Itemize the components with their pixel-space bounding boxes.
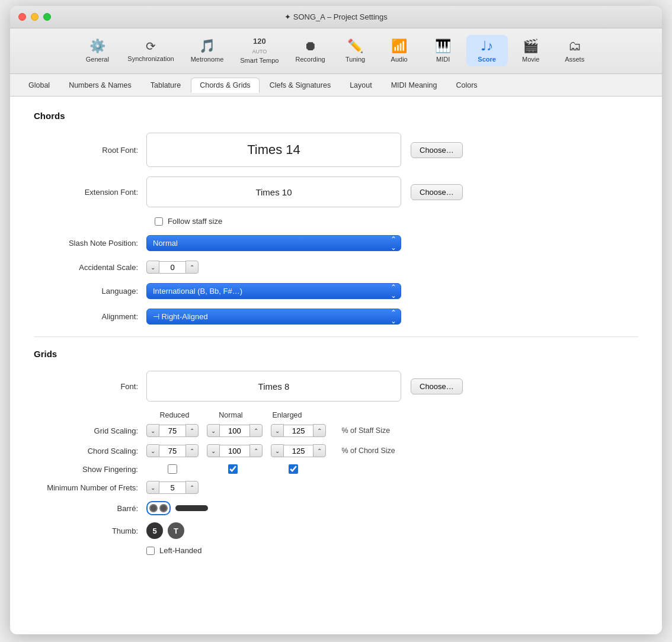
gear-icon: ⚙️: [89, 38, 105, 54]
chord-scaling-reduced-stepper: ⌄ 75 ⌃: [146, 444, 199, 457]
close-button[interactable]: [18, 13, 26, 21]
left-handed-label: Left-Handed: [159, 546, 202, 555]
left-handed-row: Left-Handed: [34, 546, 638, 555]
recording-icon: ⏺: [304, 38, 317, 54]
grid-scaling-label: Grid Scaling:: [34, 426, 146, 435]
grids-font-choose-button[interactable]: Choose…: [411, 378, 463, 394]
tab-numbers-names[interactable]: Numbers & Names: [60, 78, 140, 93]
language-select[interactable]: International (B, Bb, F#…) German Solfèg…: [146, 283, 401, 299]
show-fingering-reduced-checkbox[interactable]: [168, 464, 177, 474]
chord-scaling-row: Chord Scaling: ⌄ 75 ⌃ ⌄ 100 ⌃ ⌄ 125: [34, 444, 638, 457]
accidental-scale-stepper: ⌄ 0 ⌃: [146, 261, 199, 274]
thumb-label: Thumb:: [34, 527, 146, 535]
toolbar-item-movie[interactable]: 🎬 Movie: [510, 35, 552, 66]
chord-scaling-normal-increment[interactable]: ⌃: [249, 444, 263, 457]
accidental-scale-decrement[interactable]: ⌄: [146, 261, 159, 274]
thumb-number-option[interactable]: 5: [146, 522, 163, 539]
toolbar-item-midi[interactable]: 🎹 MIDI: [423, 35, 464, 66]
chord-scaling-normal-decrement[interactable]: ⌄: [207, 444, 220, 457]
slash-note-select[interactable]: Normal High Low: [146, 235, 401, 251]
toolbar-item-audio[interactable]: 📶 Audio: [379, 35, 420, 66]
language-select-wrapper: International (B, Bb, F#…) German Solfèg…: [146, 283, 401, 299]
chord-scaling-unit: % of Chord Size: [341, 447, 395, 455]
barre-row: Barré:: [34, 501, 638, 515]
tab-chords-grids[interactable]: Chords & Grids: [191, 78, 259, 93]
barre-arc-left-dot: [149, 504, 158, 512]
toolbar-item-smart-tempo[interactable]: 120AUTO Smart Tempo: [233, 33, 286, 68]
tab-global[interactable]: Global: [20, 78, 59, 93]
tuning-icon: ✏️: [347, 38, 363, 54]
toolbar-item-tuning[interactable]: ✏️ Tuning: [335, 35, 376, 66]
chord-scaling-label: Chord Scaling:: [34, 447, 146, 455]
toolbar-label-score: Score: [478, 56, 496, 63]
grids-font-label: Font:: [34, 382, 146, 391]
accidental-scale-increment[interactable]: ⌃: [185, 261, 199, 274]
toolbar-item-assets[interactable]: 🗂 Assets: [554, 35, 596, 66]
min-frets-decrement[interactable]: ⌄: [146, 481, 159, 494]
chord-scaling-enlarged-value: 125: [284, 445, 313, 457]
chord-scaling-reduced-decrement[interactable]: ⌄: [146, 444, 159, 457]
extension-font-choose-button[interactable]: Choose…: [411, 184, 463, 200]
tab-tablature[interactable]: Tablature: [142, 78, 190, 93]
chord-scaling-enlarged-decrement[interactable]: ⌄: [271, 444, 284, 457]
toolbar-label-recording: Recording: [296, 56, 325, 63]
min-frets-increment[interactable]: ⌃: [185, 481, 199, 494]
toolbar-label-movie: Movie: [522, 56, 539, 63]
toolbar-item-metronome[interactable]: 🎵 Metronome: [184, 35, 231, 66]
grids-font-row: Font: Times 8 Choose…: [34, 371, 638, 402]
grid-scaling-normal-decrement[interactable]: ⌄: [207, 424, 220, 437]
tab-layout[interactable]: Layout: [341, 78, 381, 93]
minimize-button[interactable]: [31, 13, 39, 21]
grid-scaling-reduced-value: 75: [159, 425, 185, 437]
toolbar-item-synchronization[interactable]: ⟳ Synchronization: [120, 36, 181, 66]
thumb-t-option[interactable]: T: [168, 522, 184, 539]
chord-scaling-enlarged-increment[interactable]: ⌃: [313, 444, 326, 457]
score-icon: ♩♪: [481, 38, 493, 54]
toolbar-label-audio: Audio: [391, 56, 408, 63]
chord-scaling-enlarged-stepper: ⌄ 125 ⌃: [271, 444, 327, 457]
grid-scaling-reduced-decrement[interactable]: ⌄: [146, 424, 159, 437]
accidental-scale-row: Accidental Scale: ⌄ 0 ⌃: [34, 261, 638, 274]
grid-scaling-reduced-increment[interactable]: ⌃: [185, 424, 199, 437]
tab-midi-meaning[interactable]: MIDI Meaning: [382, 78, 446, 93]
toolbar-label-general: General: [86, 56, 109, 63]
show-fingering-normal-checkbox[interactable]: [228, 464, 238, 474]
alignment-select[interactable]: ⊣ Right-Aligned Left-Aligned Center: [146, 309, 401, 325]
toolbar-label-midi: MIDI: [436, 56, 450, 63]
tab-colors[interactable]: Colors: [447, 78, 487, 93]
grid-scaling-enlarged-increment[interactable]: ⌃: [313, 424, 326, 437]
toolbar-label-smart-tempo: Smart Tempo: [240, 57, 279, 64]
follow-staff-size-label: Follow staff size: [168, 217, 222, 226]
col-header-enlarged: Enlarged: [259, 411, 315, 419]
grid-scaling-normal-increment[interactable]: ⌃: [249, 424, 263, 437]
grid-scaling-enlarged-stepper: ⌄ 125 ⌃: [271, 424, 327, 437]
chord-scaling-reduced-increment[interactable]: ⌃: [185, 444, 199, 457]
min-frets-value: 5: [159, 482, 185, 494]
show-fingering-row: Show Fingering:: [34, 464, 638, 474]
chord-scaling-normal-value: 100: [220, 445, 249, 457]
left-handed-checkbox[interactable]: [146, 547, 155, 555]
main-window: ✦ SONG_A – Project Settings ⚙️ General ⟳…: [10, 6, 662, 634]
barre-line-option[interactable]: [175, 505, 208, 511]
grid-scaling-enlarged-decrement[interactable]: ⌄: [271, 424, 284, 437]
toolbar-item-general[interactable]: ⚙️ General: [76, 35, 118, 66]
toolbar-item-recording[interactable]: ⏺ Recording: [289, 35, 332, 66]
show-fingering-enlarged-checkbox[interactable]: [289, 464, 298, 474]
toolbar-item-score[interactable]: ♩♪ Score: [466, 35, 508, 66]
tab-clefs-signatures[interactable]: Clefs & Signatures: [261, 78, 340, 93]
titlebar: ✦ SONG_A – Project Settings: [10, 6, 662, 28]
thumb-row: Thumb: 5 T: [34, 522, 638, 539]
follow-staff-size-checkbox[interactable]: [155, 217, 163, 226]
root-font-label: Root Font:: [34, 146, 146, 155]
chord-scaling-reduced-value: 75: [159, 445, 185, 457]
barre-label: Barré:: [34, 504, 146, 513]
barre-arc-option[interactable]: [146, 501, 171, 515]
alignment-label: Alignment:: [34, 312, 146, 321]
min-frets-row: Minimum Number of Frets: ⌄ 5 ⌃: [34, 481, 638, 494]
min-frets-stepper: ⌄ 5 ⌃: [146, 481, 199, 494]
maximize-button[interactable]: [43, 13, 51, 21]
root-font-choose-button[interactable]: Choose…: [411, 142, 463, 158]
slash-note-select-wrapper: Normal High Low ⌃⌄: [146, 235, 401, 251]
barre-arc-right-dot: [159, 504, 168, 512]
assets-icon: 🗂: [568, 38, 581, 54]
